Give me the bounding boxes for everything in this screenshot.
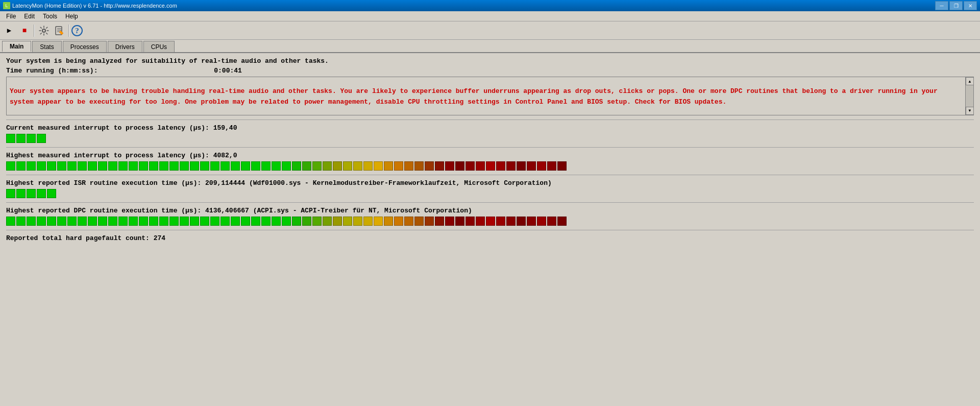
report-button[interactable] bbox=[52, 23, 66, 38]
metric-divider bbox=[6, 230, 974, 230]
bar-segment bbox=[261, 161, 271, 171]
bar-segment bbox=[302, 161, 311, 171]
metric-divider bbox=[6, 202, 974, 203]
tab-cpus[interactable]: CPUs bbox=[143, 41, 175, 52]
bar-segment bbox=[404, 217, 413, 226]
bar-segment bbox=[425, 161, 434, 171]
bar-segment bbox=[78, 161, 87, 171]
bar-segment bbox=[200, 161, 209, 171]
scroll-thumb[interactable] bbox=[966, 85, 973, 107]
settings-button[interactable] bbox=[37, 23, 51, 38]
bar-segment bbox=[323, 161, 332, 171]
bar-segment bbox=[220, 161, 230, 171]
tab-drivers[interactable]: Drivers bbox=[108, 41, 142, 52]
menu-edit[interactable]: Edit bbox=[20, 12, 39, 21]
scroll-up-arrow[interactable]: ▲ bbox=[966, 77, 974, 85]
metrics-container: Current measured interrupt to process la… bbox=[6, 124, 974, 242]
bar-segment bbox=[312, 161, 322, 171]
metric-label: Current measured interrupt to process la… bbox=[6, 124, 237, 132]
bar-segment bbox=[190, 161, 199, 171]
bar-segment bbox=[27, 161, 36, 171]
time-label: Time running (h:mm:ss): bbox=[6, 67, 97, 75]
tab-bar: Main Stats Processes Drivers CPUs bbox=[0, 40, 980, 53]
bar-segment bbox=[465, 161, 475, 171]
scroll-down-arrow[interactable]: ▼ bbox=[966, 107, 974, 115]
bar-segment bbox=[292, 161, 301, 171]
bar-segment bbox=[394, 217, 403, 226]
bar-segment bbox=[190, 217, 199, 226]
bar-segment bbox=[47, 217, 56, 226]
bar-segment bbox=[37, 134, 46, 143]
minimize-button[interactable]: ─ bbox=[935, 1, 948, 10]
bar-segment bbox=[159, 217, 168, 226]
bar-segment bbox=[200, 217, 209, 226]
app-icon: L bbox=[3, 2, 10, 9]
tab-main[interactable]: Main bbox=[2, 41, 31, 52]
bar-segment bbox=[374, 161, 383, 171]
bar-segment bbox=[210, 217, 219, 226]
bar-segment bbox=[363, 217, 373, 226]
bar-segment bbox=[27, 189, 36, 198]
bar-segment bbox=[67, 217, 77, 226]
bar-segment bbox=[16, 134, 26, 143]
bar-segment bbox=[251, 161, 260, 171]
restore-button[interactable]: ❐ bbox=[949, 1, 963, 10]
bar-segment bbox=[353, 217, 362, 226]
bar-segment bbox=[37, 217, 46, 226]
bar-segment bbox=[241, 217, 250, 226]
tab-stats[interactable]: Stats bbox=[32, 41, 61, 52]
bar-segment bbox=[527, 217, 536, 226]
bar-segment bbox=[251, 217, 260, 226]
bar-segment bbox=[37, 189, 46, 198]
bar-segment bbox=[282, 161, 291, 171]
bar-segment bbox=[496, 217, 505, 226]
bar-segment bbox=[169, 217, 179, 226]
bar-segment bbox=[527, 161, 536, 171]
bar-segment bbox=[118, 217, 128, 226]
menu-help[interactable]: Help bbox=[61, 12, 82, 21]
bar-segment bbox=[6, 217, 15, 226]
bar-segment bbox=[159, 161, 168, 171]
bar-segment bbox=[404, 161, 413, 171]
bar-segment bbox=[241, 161, 250, 171]
title-bar-controls: ─ ❐ ✕ bbox=[935, 1, 977, 10]
bar-segment bbox=[486, 217, 495, 226]
bar-segment bbox=[88, 161, 97, 171]
warning-scrollbar[interactable]: ▲ ▼ bbox=[965, 77, 973, 115]
metric-divider bbox=[6, 147, 974, 148]
bar-segment bbox=[384, 161, 393, 171]
play-button[interactable]: ▶ bbox=[2, 23, 16, 38]
bar-segment bbox=[57, 161, 66, 171]
bar-segment bbox=[394, 161, 403, 171]
tab-processes[interactable]: Processes bbox=[63, 41, 107, 52]
bar-segment bbox=[547, 217, 556, 226]
bar-segment bbox=[169, 161, 179, 171]
help-button[interactable]: ? bbox=[71, 25, 83, 36]
bar-segment bbox=[27, 217, 36, 226]
menu-tools[interactable]: Tools bbox=[39, 12, 61, 21]
bar-segment bbox=[374, 217, 383, 226]
bar-segment bbox=[302, 217, 311, 226]
metric-bar bbox=[6, 189, 974, 198]
bar-segment bbox=[435, 217, 444, 226]
metric-label: Highest reported DPC routine execution t… bbox=[6, 207, 472, 214]
metric-label: Reported total hard pagefault count: 274 bbox=[6, 234, 165, 242]
menu-bar: File Edit Tools Help bbox=[0, 11, 980, 21]
stop-button[interactable]: ■ bbox=[17, 23, 32, 38]
bar-segment bbox=[88, 217, 97, 226]
svg-marker-5 bbox=[59, 31, 63, 35]
bar-segment bbox=[486, 161, 495, 171]
title-bar-text: LatencyMon (Home Edition) v 6.71 - http:… bbox=[12, 3, 935, 9]
bar-segment bbox=[414, 161, 424, 171]
main-content: Your system is being analyzed for suitab… bbox=[0, 53, 980, 406]
bar-segment bbox=[445, 217, 454, 226]
metric-bar bbox=[6, 134, 974, 143]
menu-file[interactable]: File bbox=[2, 12, 20, 21]
metric-row: Reported total hard pagefault count: 274 bbox=[6, 234, 974, 242]
bar-segment bbox=[220, 217, 230, 226]
bar-segment bbox=[67, 161, 77, 171]
bar-segment bbox=[180, 161, 189, 171]
title-bar: L LatencyMon (Home Edition) v 6.71 - htt… bbox=[0, 0, 980, 11]
svg-point-0 bbox=[42, 29, 45, 32]
close-button[interactable]: ✕ bbox=[964, 1, 977, 10]
